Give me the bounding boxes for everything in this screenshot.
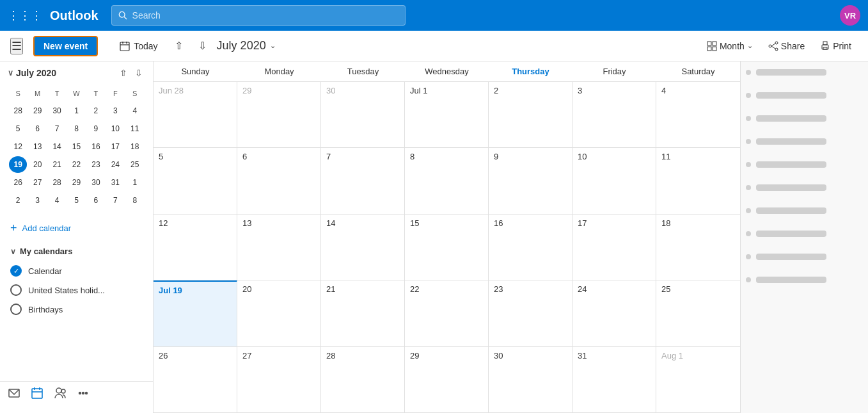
- month-view-button[interactable]: Month ⌄: [700, 37, 759, 55]
- cal-cell[interactable]: 6: [237, 148, 321, 213]
- cal-cell[interactable]: 30: [321, 82, 405, 147]
- share-button[interactable]: Share: [762, 37, 811, 55]
- cal-cell[interactable]: 11: [656, 148, 740, 213]
- cal-cell[interactable]: Aug 1: [656, 347, 740, 412]
- mini-cal-prev-button[interactable]: ⇧: [117, 67, 130, 79]
- cal-cell[interactable]: 3: [572, 82, 656, 147]
- people-nav-icon[interactable]: [54, 387, 67, 403]
- cal-cell[interactable]: 24: [572, 280, 656, 346]
- cal-cell[interactable]: 17: [572, 215, 656, 280]
- next-month-button[interactable]: ⇩: [193, 37, 212, 54]
- mini-cal-day[interactable]: 5: [67, 192, 85, 209]
- mini-cal-day[interactable]: 8: [67, 120, 85, 137]
- mini-cal-day[interactable]: 6: [87, 192, 105, 209]
- mini-cal-day[interactable]: 11: [126, 120, 144, 137]
- cal-cell[interactable]: 20: [237, 280, 321, 346]
- mini-cal-day[interactable]: 22: [67, 156, 85, 173]
- mini-cal-day[interactable]: 6: [28, 120, 46, 137]
- calendar-item[interactable]: United States holid...: [0, 280, 153, 300]
- today-button[interactable]: Today: [113, 37, 164, 55]
- mini-cal-day[interactable]: 26: [9, 174, 27, 191]
- cal-cell[interactable]: 9: [489, 148, 572, 213]
- cal-cell[interactable]: 23: [489, 280, 572, 346]
- mini-cal-day[interactable]: 24: [106, 156, 124, 173]
- mini-cal-day[interactable]: 9: [87, 120, 105, 137]
- mini-cal-day[interactable]: 14: [48, 138, 66, 155]
- mini-cal-day[interactable]: 13: [28, 138, 46, 155]
- mini-cal-day[interactable]: 30: [48, 102, 66, 119]
- cal-cell[interactable]: 14: [321, 215, 405, 280]
- mini-cal-day[interactable]: 5: [9, 120, 27, 137]
- mini-cal-day[interactable]: 18: [126, 138, 144, 155]
- mini-cal-day[interactable]: 29: [28, 102, 46, 119]
- print-button[interactable]: Print: [814, 37, 858, 55]
- search-input[interactable]: [132, 10, 398, 20]
- mini-cal-day[interactable]: 31: [106, 174, 124, 191]
- mini-cal-day[interactable]: 2: [87, 102, 105, 119]
- mini-cal-day[interactable]: 28: [48, 174, 66, 191]
- mini-cal-day[interactable]: 15: [67, 138, 85, 155]
- cal-cell[interactable]: 30: [489, 347, 572, 412]
- mini-cal-next-button[interactable]: ⇩: [132, 67, 145, 79]
- current-month-label[interactable]: July 2020 ⌄: [217, 39, 276, 53]
- cal-cell[interactable]: 8: [405, 148, 489, 213]
- cal-cell[interactable]: 28: [321, 347, 405, 412]
- cal-cell[interactable]: 12: [154, 215, 237, 280]
- calendar-item[interactable]: ✓Calendar: [0, 261, 153, 280]
- mini-cal-day[interactable]: 23: [87, 156, 105, 173]
- cal-cell[interactable]: Jun 28: [154, 82, 237, 147]
- mini-cal-day[interactable]: 4: [126, 102, 144, 119]
- mini-cal-collapse-icon[interactable]: ∨: [8, 69, 13, 77]
- calendar-item[interactable]: Birthdays: [0, 300, 153, 319]
- cal-cell[interactable]: 5: [154, 148, 237, 213]
- cal-cell[interactable]: 15: [405, 215, 489, 280]
- cal-cell[interactable]: 21: [321, 280, 405, 346]
- cal-cell[interactable]: 25: [656, 280, 740, 346]
- search-box[interactable]: [111, 5, 406, 26]
- cal-cell[interactable]: 18: [656, 215, 740, 280]
- cal-cell[interactable]: 27: [237, 347, 321, 412]
- my-calendars-section[interactable]: ∨ My calendars: [0, 241, 153, 261]
- mini-cal-day[interactable]: 16: [87, 138, 105, 155]
- cal-cell[interactable]: Jul 19: [154, 280, 237, 346]
- cal-cell[interactable]: 13: [237, 215, 321, 280]
- avatar[interactable]: VR: [840, 5, 860, 26]
- cal-cell[interactable]: 2: [489, 82, 572, 147]
- mini-cal-day[interactable]: 7: [48, 120, 66, 137]
- cal-cell[interactable]: 29: [237, 82, 321, 147]
- add-calendar-button[interactable]: + Add calendar: [0, 215, 153, 241]
- mini-cal-day[interactable]: 27: [28, 174, 46, 191]
- cal-cell[interactable]: 26: [154, 347, 237, 412]
- mini-cal-day[interactable]: 3: [28, 192, 46, 209]
- cal-cell[interactable]: 31: [572, 347, 656, 412]
- hamburger-button[interactable]: ☰: [10, 38, 23, 54]
- cal-cell[interactable]: Jul 1: [405, 82, 489, 147]
- mini-cal-day[interactable]: 2: [9, 192, 27, 209]
- mini-cal-day[interactable]: 21: [48, 156, 66, 173]
- cal-cell[interactable]: 29: [405, 347, 489, 412]
- mini-cal-day[interactable]: 28: [9, 102, 27, 119]
- more-nav-icon[interactable]: [77, 387, 90, 403]
- mini-cal-day[interactable]: 8: [126, 192, 144, 209]
- cal-cell[interactable]: 10: [572, 148, 656, 213]
- mini-cal-day[interactable]: 1: [67, 102, 85, 119]
- mini-cal-day[interactable]: 12: [9, 138, 27, 155]
- cal-cell[interactable]: 4: [656, 82, 740, 147]
- grid-icon[interactable]: ⋮⋮⋮: [8, 8, 42, 22]
- mini-cal-day[interactable]: 25: [126, 156, 144, 173]
- cal-cell[interactable]: 22: [405, 280, 489, 346]
- cal-cell[interactable]: 16: [489, 215, 572, 280]
- calendar-nav-icon[interactable]: [31, 387, 43, 403]
- mail-nav-icon[interactable]: [8, 387, 20, 403]
- mini-cal-day[interactable]: 19: [9, 156, 27, 173]
- mini-cal-day[interactable]: 4: [48, 192, 66, 209]
- mini-cal-day[interactable]: 3: [106, 102, 124, 119]
- mini-cal-day[interactable]: 1: [126, 174, 144, 191]
- prev-month-button[interactable]: ⇧: [170, 37, 188, 54]
- mini-cal-day[interactable]: 20: [28, 156, 46, 173]
- mini-cal-day[interactable]: 29: [67, 174, 85, 191]
- mini-cal-day[interactable]: 17: [106, 138, 124, 155]
- mini-cal-day[interactable]: 7: [106, 192, 124, 209]
- new-event-button[interactable]: New event: [33, 36, 98, 56]
- mini-cal-day[interactable]: 30: [87, 174, 105, 191]
